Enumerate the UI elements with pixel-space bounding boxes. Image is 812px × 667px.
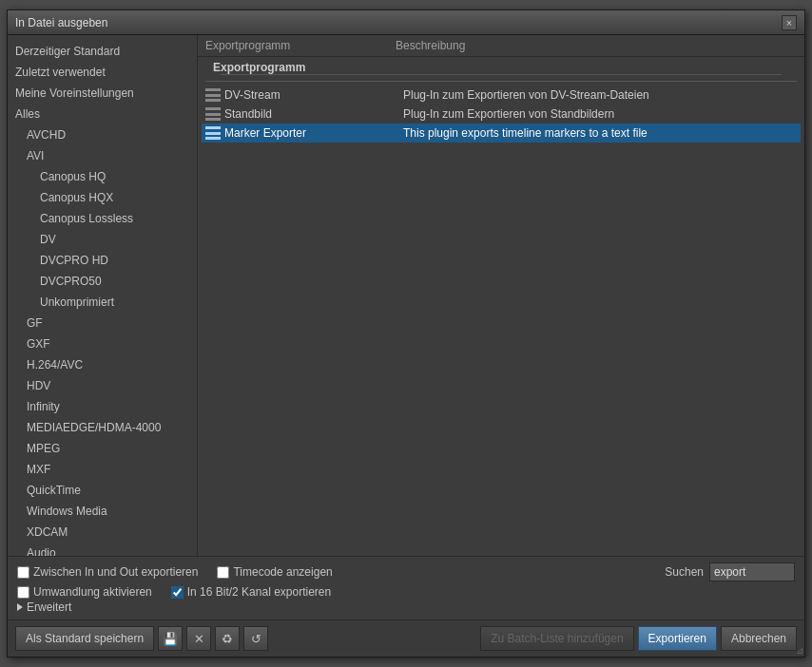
bottom-panel: Zwischen In und Out exportieren Timecode…: [8, 556, 804, 619]
row-name-dv_stream: DV-Stream: [224, 88, 403, 102]
search-area: Suchen: [665, 562, 795, 581]
erweitert-row[interactable]: Erweitert: [17, 600, 795, 614]
bottom-row-1: Zwischen In und Out exportieren Timecode…: [17, 562, 795, 581]
tree-item-derzeitiger[interactable]: Derzeitiger Standard: [8, 41, 197, 62]
right-panel: Exportprogramm Beschreibung Exportprogra…: [198, 35, 804, 556]
row-icon-marker_exporter: [205, 126, 221, 140]
checkbox-export-inout-input[interactable]: [17, 566, 29, 579]
checkbox-umwandlung-input[interactable]: [17, 586, 29, 599]
tree-item-mxf[interactable]: MXF: [8, 459, 197, 480]
checkbox-umwandlung[interactable]: Umwandlung aktivieren: [17, 585, 152, 599]
tree-item-avchd[interactable]: AVCHD: [8, 124, 197, 145]
tree-item-windows_media[interactable]: Windows Media: [8, 501, 197, 522]
checkbox-export-inout[interactable]: Zwischen In und Out exportieren: [17, 565, 198, 579]
row-desc-marker_exporter: This plugin exports timeline markers to …: [403, 126, 797, 140]
tree-item-gxf[interactable]: GXF: [8, 334, 197, 354]
recycle-icon-button[interactable]: ♻: [215, 626, 240, 651]
tree-item-infinity[interactable]: Infinity: [8, 396, 197, 417]
tree-item-mpeg[interactable]: MPEG: [8, 438, 197, 459]
table-row-marker_exporter[interactable]: Marker ExporterThis plugin exports timel…: [202, 124, 801, 143]
tree-item-meine[interactable]: Meine Voreinstellungen: [8, 83, 197, 104]
main-content: Derzeitiger StandardZuletzt verwendetMei…: [8, 35, 804, 556]
tree-item-dvcpro_hd[interactable]: DVCPRO HD: [8, 250, 197, 271]
table-row-standbild[interactable]: StandbildPlug-In zum Exportieren von Sta…: [202, 105, 801, 124]
save-icon-button[interactable]: 💾: [158, 626, 183, 651]
row-name-marker_exporter: Marker Exporter: [224, 126, 403, 140]
table-header: Exportprogramm Beschreibung: [198, 35, 804, 57]
cancel-button[interactable]: Abbrechen: [721, 626, 797, 651]
tree-item-zuletzt[interactable]: Zuletzt verwendet: [8, 62, 197, 83]
tree-item-canopus_loss[interactable]: Canopus Lossless: [8, 208, 197, 229]
expand-icon: [17, 603, 23, 611]
reset-icon-button[interactable]: ↺: [243, 626, 268, 651]
bottom-row-2: Umwandlung aktivieren In 16 Bit/2 Kanal …: [17, 585, 795, 599]
delete-icon-button[interactable]: ✕: [186, 626, 211, 651]
checkbox-timecode-input[interactable]: [217, 566, 229, 579]
save-default-button[interactable]: Als Standard speichern: [15, 626, 154, 651]
search-label: Suchen: [665, 565, 704, 579]
row-icon-standbild: [205, 107, 221, 121]
action-bar: Als Standard speichern 💾 ✕ ♻ ↺ Zu Batch-…: [8, 619, 804, 657]
search-input[interactable]: [709, 562, 795, 581]
tree-item-mediaedge[interactable]: MEDIAEDGE/HDMA-4000: [8, 417, 197, 438]
row-icon-dv_stream: [205, 88, 221, 102]
tree-item-unkomprimiert[interactable]: Unkomprimiert: [8, 292, 197, 313]
close-button[interactable]: ×: [782, 15, 797, 30]
tree-item-hdv[interactable]: HDV: [8, 375, 197, 396]
batch-add-button[interactable]: Zu Batch-Liste hinzufügen: [480, 626, 633, 651]
tree-item-avi[interactable]: AVI: [8, 145, 197, 166]
row-name-standbild: Standbild: [224, 107, 403, 121]
checkbox-16bit-input[interactable]: [171, 586, 184, 599]
checkbox-16bit[interactable]: In 16 Bit/2 Kanal exportieren: [171, 585, 331, 599]
left-panel: Derzeitiger StandardZuletzt verwendetMei…: [8, 35, 198, 556]
col-desc-header: Beschreibung: [396, 39, 797, 52]
tree-item-quicktime[interactable]: QuickTime: [8, 480, 197, 501]
tree-item-xdcam[interactable]: XDCAM: [8, 522, 197, 543]
table-row-dv_stream[interactable]: DV-StreamPlug-In zum Exportieren von DV-…: [202, 86, 801, 105]
tree-item-audio[interactable]: Audio: [8, 543, 197, 556]
tree-item-canopus_hqx[interactable]: Canopus HQX: [8, 187, 197, 208]
table-subheader: Exportprogramm: [205, 57, 797, 82]
tree-item-h264[interactable]: H.264/AVC: [8, 354, 197, 375]
title-bar: In Datei ausgeben ×: [8, 10, 804, 35]
tree-item-alles[interactable]: Alles: [8, 104, 197, 124]
dialog-title: In Datei ausgeben: [15, 16, 107, 29]
col-prog-header: Exportprogramm: [205, 39, 396, 52]
tree-item-canopus_hq[interactable]: Canopus HQ: [8, 166, 197, 187]
tree-item-dvcpro50[interactable]: DVCPRO50: [8, 271, 197, 292]
erweitert-label: Erweitert: [27, 600, 71, 614]
tree-item-dv[interactable]: DV: [8, 229, 197, 250]
resize-grip[interactable]: ⊿: [796, 645, 803, 656]
export-button[interactable]: Exportieren: [638, 626, 717, 651]
checkbox-timecode[interactable]: Timecode anzeigen: [217, 565, 332, 579]
row-desc-dv_stream: Plug-In zum Exportieren von DV-Stream-Da…: [403, 88, 797, 102]
table-body: DV-StreamPlug-In zum Exportieren von DV-…: [198, 86, 804, 556]
tree-item-gf[interactable]: GF: [8, 313, 197, 334]
row-desc-standbild: Plug-In zum Exportieren von Standbildern: [403, 107, 797, 121]
